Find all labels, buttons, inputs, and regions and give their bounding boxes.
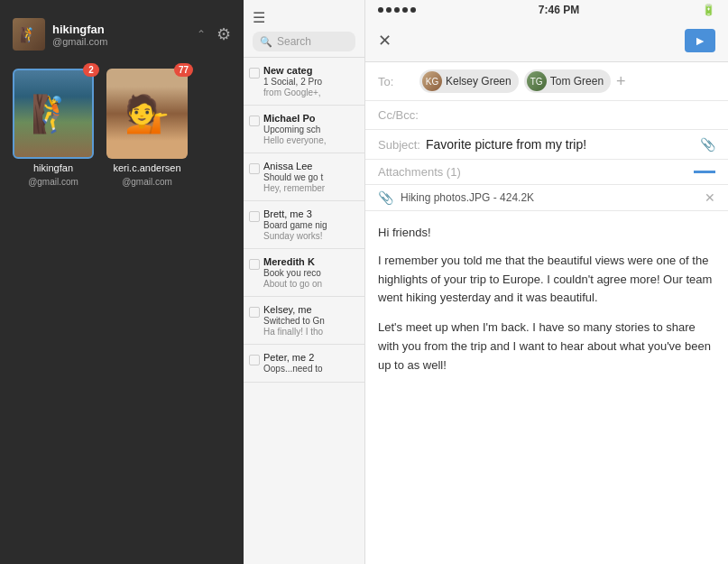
avatar-label-keri: keri.c.andersen [113, 162, 180, 173]
email-sender-0: New categ [263, 65, 357, 76]
recipient-name-1: Tom Green [550, 75, 604, 88]
status-dot-5 [410, 7, 416, 13]
email-preview-0: from Google+, [263, 88, 357, 97]
hamburger-icon[interactable]: ☰ [253, 10, 265, 25]
attachment-icon: 📎 [700, 137, 715, 152]
add-recipient-button[interactable]: + [616, 72, 626, 91]
email-preview-2: Hey, remember [263, 183, 357, 193]
email-item-0[interactable]: New categ 1 Social, 2 Pro from Google+, [244, 58, 364, 106]
email-list: New categ 1 Social, 2 Pro from Google+, … [244, 58, 364, 564]
search-bar[interactable]: 🔍 Search [253, 32, 355, 51]
email-checkbox-2[interactable] [249, 163, 260, 174]
status-dot-1 [378, 7, 383, 13]
search-icon: 🔍 [260, 36, 272, 48]
badge-hikingfan: 2 [83, 63, 99, 77]
send-button[interactable]: ► [685, 29, 715, 52]
recipient-avatar-0: KG [422, 71, 442, 91]
attachment-file-row: 📎 Hiking photos.JPG - 424.2K ✕ [365, 185, 728, 211]
compose-body[interactable]: Hi friends! I remember you told me that … [365, 211, 728, 564]
email-preview-1: Hello everyone, [263, 135, 357, 145]
email-item-1[interactable]: Michael Po Upcoming sch Hello everyone, [244, 106, 364, 153]
compose-paragraph-2: Let's meet up when I'm back. I have so m… [378, 319, 715, 374]
email-sender-3: Brett, me 3 [263, 208, 357, 219]
email-item-2[interactable]: Anissa Lee Should we go t Hey, remember [244, 153, 364, 201]
recipient-name-0: Kelsey Green [446, 75, 511, 88]
email-preview-3: Sunday works! [263, 231, 357, 241]
compose-panel: 7:46 PM 🔋 ✕ ► To: KG Kelsey Green TG Tom… [365, 0, 728, 564]
status-dot-4 [402, 7, 408, 13]
account-info[interactable]: 🧗 hikingfan @gmail.com [13, 18, 107, 51]
cc-bcc-field: Cc/Bcc: [365, 101, 728, 130]
to-label: To: [378, 75, 414, 88]
email-subject-6: Oops...need to [263, 364, 357, 374]
email-checkbox-3[interactable] [249, 211, 260, 222]
subject-value[interactable]: Favorite picture from my trip! [426, 137, 586, 152]
email-subject-2: Should we go t [263, 172, 357, 182]
email-sender-6: Peter, me 2 [263, 352, 357, 363]
email-sender-1: Michael Po [263, 113, 357, 124]
search-input[interactable]: Search [277, 35, 311, 48]
account-avatar: 🧗 [13, 18, 45, 51]
email-sender-5: Kelsey, me [263, 304, 357, 315]
compose-greeting: Hi friends! [378, 224, 715, 243]
status-dots [378, 7, 416, 13]
gear-icon[interactable]: ⚙ [217, 24, 231, 44]
recipients-row: KG Kelsey Green TG Tom Green + [419, 69, 715, 93]
recipient-chip-1[interactable]: TG Tom Green [524, 69, 611, 93]
email-subject-0: 1 Social, 2 Pro [263, 77, 357, 87]
email-preview-5: Ha finally! I tho [263, 327, 357, 337]
remove-file-button[interactable]: ✕ [705, 190, 715, 205]
account-name: hikingfan [52, 23, 107, 36]
account-avatars-row: 🧗 2 hikingfan @gmail.com 💁 77 keri.c.and… [0, 61, 244, 201]
status-dot-3 [394, 7, 400, 13]
subject-label: Subject: [378, 138, 420, 152]
chevron-up-icon[interactable]: ⌃ [197, 28, 206, 41]
sidebar: 🧗 hikingfan @gmail.com ⌃ ⚙ 🧗 2 hikingfan… [0, 0, 244, 564]
close-button[interactable]: ✕ [378, 31, 392, 51]
badge-keri: 77 [174, 63, 193, 77]
email-subject-1: Upcoming sch [263, 125, 357, 134]
email-sender-2: Anissa Lee [263, 161, 357, 171]
to-field: To: KG Kelsey Green TG Tom Green + [365, 62, 728, 101]
email-subject-5: Switched to Gn [263, 316, 357, 326]
avatar-photo-hikingfan: 🧗 [13, 69, 94, 159]
battery-icon: 🔋 [702, 4, 715, 16]
email-item-3[interactable]: Brett, me 3 Board game nig Sunday works! [244, 201, 364, 249]
recipient-avatar-1: TG [527, 71, 547, 91]
sidebar-header: 🧗 hikingfan @gmail.com ⌃ ⚙ [0, 11, 244, 61]
paperclip-icon: 📎 [378, 190, 393, 205]
email-subject-3: Board game nig [263, 220, 357, 230]
email-list-panel: ☰ 🔍 Search New categ 1 Social, 2 Pro fro… [244, 0, 365, 564]
email-checkbox-6[interactable] [249, 355, 260, 365]
avatar-sublabel-hikingfan: @gmail.com [28, 177, 78, 187]
collapse-attachments-button[interactable] [694, 171, 715, 173]
email-item-6[interactable]: Peter, me 2 Oops...need to [244, 345, 364, 383]
compose-paragraph-1: I remember you told me that the beautifu… [378, 252, 715, 308]
email-sender-4: Meredith K [263, 256, 357, 267]
avatar-card-hikingfan[interactable]: 🧗 2 hikingfan @gmail.com [13, 69, 94, 187]
send-icon: ► [694, 33, 706, 48]
email-preview-4: About to go on [263, 279, 357, 289]
status-time: 7:46 PM [539, 4, 579, 16]
avatar-label-hikingfan: hikingfan [33, 162, 73, 173]
avatar-card-keri[interactable]: 💁 77 keri.c.andersen @gmail.com [106, 69, 188, 187]
account-email: @gmail.com [52, 36, 107, 47]
email-item-4[interactable]: Meredith K Book you reco About to go on [244, 249, 364, 297]
status-dot-2 [386, 7, 392, 13]
email-checkbox-4[interactable] [249, 259, 260, 270]
email-subject-4: Book you reco [263, 268, 357, 278]
attachments-label: Attachments (1) [378, 165, 461, 179]
compose-header: ✕ ► [365, 20, 728, 62]
email-checkbox-5[interactable] [249, 307, 260, 318]
email-checkbox-0[interactable] [249, 68, 260, 79]
subject-field: Subject: Favorite picture from my trip! … [365, 130, 728, 160]
email-item-5[interactable]: Kelsey, me Switched to Gn Ha finally! I … [244, 297, 364, 345]
email-checkbox-1[interactable] [249, 116, 260, 126]
file-name: Hiking photos.JPG - 424.2K [401, 191, 697, 204]
recipient-chip-0[interactable]: KG Kelsey Green [419, 69, 519, 93]
status-bar: 7:46 PM 🔋 [365, 0, 728, 20]
avatar-photo-keri: 💁 [106, 69, 188, 159]
attachments-row: Attachments (1) [365, 160, 728, 185]
email-list-toolbar: ☰ 🔍 Search [244, 0, 364, 58]
avatar-sublabel-keri: @gmail.com [122, 177, 172, 187]
